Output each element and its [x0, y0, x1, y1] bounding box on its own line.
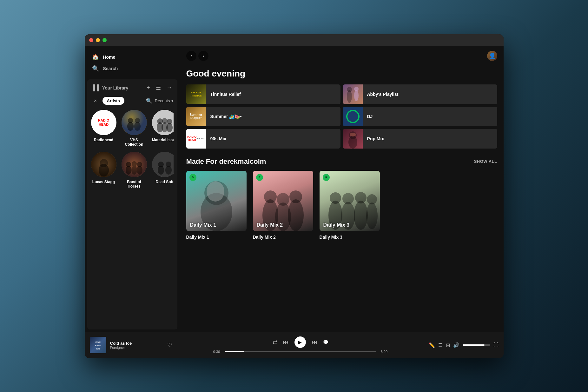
- svg-point-35: [350, 133, 356, 136]
- lyrics-button[interactable]: 💬: [323, 340, 328, 345]
- svg-text:EIGN: EIGN: [95, 344, 101, 347]
- mix-card-title-2: Daily Mix 2: [253, 235, 276, 240]
- svg-rect-27: [343, 84, 363, 104]
- artists-filter-pill[interactable]: Artists: [102, 97, 124, 105]
- sort-recents-button[interactable]: Recents ▾: [155, 98, 174, 103]
- quick-item-90s[interactable]: RADIOHEAD90s Mix 90s Mix: [186, 129, 340, 149]
- svg-point-44: [289, 190, 302, 203]
- forward-button[interactable]: ›: [198, 51, 208, 61]
- quick-thumb-abbys: [343, 84, 363, 104]
- artist-item-radiohead[interactable]: RADIOHEAD Radiohead: [91, 110, 116, 147]
- svg-point-24: [158, 162, 164, 167]
- now-playing: FOR EIGN ER Cold as Ice Foreigner ♡: [90, 337, 172, 353]
- queue-button[interactable]: ☰: [438, 342, 443, 348]
- svg-point-14: [100, 159, 108, 167]
- svg-point-20: [137, 166, 142, 175]
- sidebar-item-search[interactable]: 🔍 Search: [89, 63, 176, 74]
- quick-thumb-pop: [343, 129, 363, 149]
- artist-image-material: [152, 110, 174, 135]
- quick-item-dj[interactable]: DJ: [343, 107, 497, 126]
- maximize-button[interactable]: [102, 38, 107, 42]
- artist-item-vhs[interactable]: VHS Collection: [122, 110, 147, 147]
- mix-thumb-daily2: S Daily Mix 2: [253, 171, 313, 231]
- library-section: ▐▐ Your Library + ☰ → × Artists: [87, 79, 177, 329]
- svg-point-51: [366, 203, 378, 229]
- quick-item-pop[interactable]: Pop Mix: [343, 129, 497, 149]
- svg-point-16: [126, 166, 131, 175]
- volume-button[interactable]: 🔊: [453, 342, 459, 348]
- svg-point-4: [135, 118, 140, 123]
- mix-card-title-3: Daily Mix 3: [320, 235, 342, 240]
- traffic-lights: [89, 38, 107, 42]
- artist-image-vhs: [122, 110, 147, 135]
- svg-point-43: [288, 199, 304, 231]
- shuffle-button[interactable]: ⇄: [273, 339, 277, 346]
- sort-group: 🔍 Recents ▾: [146, 98, 174, 104]
- search-icon: 🔍: [92, 65, 99, 72]
- content-body: Good evening BIG EARTINNITUS Tinnitus Re…: [180, 65, 504, 332]
- add-library-button[interactable]: +: [145, 83, 151, 92]
- svg-point-18: [131, 166, 137, 175]
- recents-label: Recents: [155, 98, 170, 103]
- quick-label-tinnitus: Tinnitus Relief: [206, 92, 245, 97]
- quick-item-abbys[interactable]: Abby's Playlist: [343, 84, 497, 104]
- mix-card-daily1[interactable]: S Daily Mix 1 Daily Mix 1: [186, 171, 247, 240]
- sidebar-item-home[interactable]: 🏠 Home: [89, 51, 176, 63]
- nav-buttons: ‹ ›: [186, 51, 208, 61]
- filter-pills: × Artists: [91, 96, 124, 105]
- quick-item-summer[interactable]: SummerPlaylist Summer 🏄‍♂️🍉•: [186, 107, 340, 126]
- mix-thumb-daily3: S Daily Mix 3: [320, 171, 380, 231]
- mix-card-daily2[interactable]: S Daily Mix 2: [253, 171, 313, 240]
- fullscreen-button[interactable]: ⛶: [493, 342, 499, 348]
- pen-button[interactable]: ✏️: [429, 342, 435, 348]
- svg-point-29: [347, 87, 352, 92]
- artist-image-dead: [152, 152, 174, 177]
- close-button[interactable]: [89, 38, 93, 42]
- library-search-button[interactable]: 🔍: [146, 98, 152, 104]
- next-track-button[interactable]: ⏭: [312, 339, 317, 346]
- svg-point-19: [132, 161, 137, 166]
- track-title: Cold as Ice: [110, 341, 163, 346]
- clear-filter-button[interactable]: ×: [91, 96, 100, 105]
- svg-point-50: [355, 192, 367, 203]
- artist-item-material[interactable]: Material Issue: [152, 110, 174, 147]
- devices-button[interactable]: ⊟: [446, 342, 450, 348]
- sidebar: 🏠 Home 🔍 Search ▐▐ Your Library + ☰: [85, 46, 180, 332]
- progress-bar[interactable]: [225, 351, 376, 352]
- progress-fill: [225, 351, 245, 352]
- svg-point-52: [367, 194, 377, 204]
- now-playing-info: Cold as Ice Foreigner: [110, 341, 163, 349]
- quick-label-summer: Summer 🏄‍♂️🍉•: [206, 114, 246, 119]
- list-view-button[interactable]: ☰: [155, 83, 162, 93]
- prev-track-button[interactable]: ⏮: [283, 339, 289, 346]
- svg-point-42: [277, 193, 289, 206]
- time-total: 3:20: [379, 350, 389, 354]
- show-all-button[interactable]: Show all: [474, 159, 497, 164]
- play-pause-button[interactable]: ▶: [294, 336, 306, 348]
- svg-point-49: [354, 201, 368, 230]
- extra-controls: ✏️ ☰ ⊟ 🔊 ⛶: [429, 342, 499, 348]
- user-avatar[interactable]: 👤: [487, 51, 497, 61]
- mix-thumb-daily1: S Daily Mix 1: [186, 171, 247, 231]
- svg-point-0: [122, 110, 147, 135]
- chevron-down-icon: ▾: [171, 98, 174, 103]
- artist-item-lucas[interactable]: Lucas Stagg: [91, 152, 116, 189]
- home-icon: 🏠: [92, 54, 99, 60]
- minimize-button[interactable]: [96, 38, 100, 42]
- quick-item-tinnitus[interactable]: BIG EARTINNITUS Tinnitus Relief: [186, 84, 340, 104]
- back-button[interactable]: ‹: [186, 51, 196, 61]
- sidebar-home-label: Home: [103, 55, 116, 60]
- track-artist: Foreigner: [110, 346, 163, 349]
- volume-bar[interactable]: [463, 344, 490, 346]
- artist-item-dead[interactable]: Dead Soft: [152, 152, 174, 189]
- mix-card-label-2: Daily Mix 2: [257, 222, 283, 228]
- artist-item-band[interactable]: Band of Horses: [122, 152, 147, 189]
- artist-image-lucas: [91, 152, 116, 177]
- like-button[interactable]: ♡: [167, 342, 172, 349]
- mix-card-daily3[interactable]: S Daily Mix 3: [320, 171, 380, 240]
- collapse-library-button[interactable]: →: [165, 83, 174, 92]
- svg-point-46: [330, 192, 341, 204]
- svg-point-26: [166, 162, 171, 167]
- svg-point-2: [128, 118, 133, 123]
- main-layout: 🏠 Home 🔍 Search ▐▐ Your Library + ☰: [85, 46, 504, 332]
